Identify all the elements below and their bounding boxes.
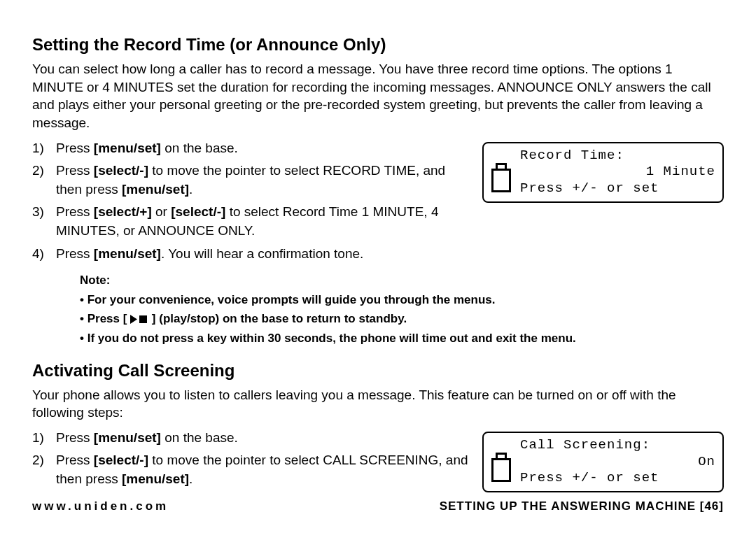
lcd1-line2: 1 Minute: [520, 164, 715, 180]
lcd2-line2: On: [520, 454, 715, 471]
note-item-3: If you do not press a key within 30 seco…: [80, 329, 724, 348]
lcd2-line1: Call Screening:: [520, 437, 715, 454]
note-item-1: For your convenience, voice prompts will…: [80, 291, 724, 309]
play-stop-icon: [130, 311, 148, 329]
lcd1-line3: Press +/- or set: [520, 180, 715, 197]
section2-intro: Your phone allows you to listen to calle…: [32, 386, 724, 422]
lcd-call-screening: Call Screening: On Press +/- or set: [482, 432, 724, 492]
battery-icon: [491, 160, 512, 192]
lcd1-line1: Record Time:: [520, 148, 715, 164]
svg-rect-1: [139, 315, 147, 323]
note-label: Note:: [80, 271, 724, 290]
section1-intro: You can select how long a caller has to …: [32, 60, 724, 132]
section2-heading: Activating Call Screening: [32, 361, 724, 381]
page-footer: www.uniden.com SETTING UP THE ANSWERING …: [32, 499, 724, 513]
section1-steps: 1) Press [menu/set] on the base. 2) Pres…: [32, 139, 468, 268]
lcd-record-time: Record Time: 1 Minute Press +/- or set: [482, 142, 724, 203]
lcd2-line3: Press +/- or set: [520, 470, 715, 487]
note-block: Note: For your convenience, voice prompt…: [32, 271, 724, 348]
step-1: 1) Press [menu/set] on the base.: [56, 139, 468, 158]
footer-page-label: SETTING UP THE ANSWERING MACHINE [46]: [440, 499, 724, 513]
section1-heading: Setting the Record Time (or Announce Onl…: [32, 35, 724, 55]
step-4: 4) Press [menu/set]. You will hear a con…: [56, 245, 468, 264]
battery-icon: [491, 450, 512, 482]
footer-url: www.uniden.com: [32, 499, 169, 513]
note-item-2: Press [ ] (play/stop) on the base to ret…: [80, 310, 724, 329]
step-2: 2) Press [select/-] to move the pointer …: [56, 162, 468, 199]
step2-1: 1) Press [menu/set] on the base.: [56, 429, 468, 448]
svg-marker-0: [130, 315, 137, 324]
step2-2: 2) Press [select/-] to move the pointer …: [56, 451, 468, 488]
section2-steps: 1) Press [menu/set] on the base. 2) Pres…: [32, 429, 468, 493]
step-3: 3) Press [select/+] or [select/-] to sel…: [56, 203, 468, 240]
